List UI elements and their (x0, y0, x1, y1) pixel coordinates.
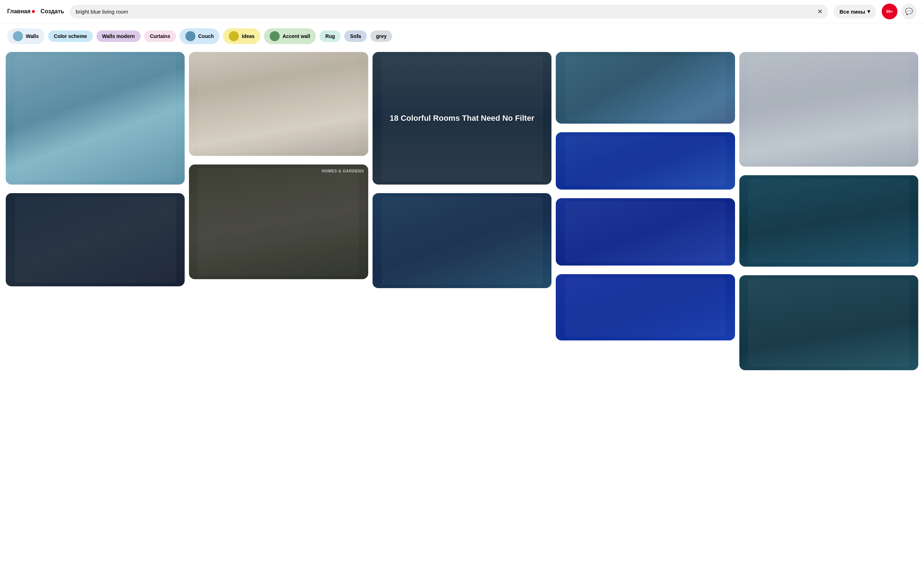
pin-card[interactable] (373, 193, 551, 288)
search-bar[interactable]: ✕ (70, 5, 828, 19)
notification-dot (32, 10, 35, 13)
chip-label-rug: Rug (325, 33, 335, 39)
chip-thumb-ideas (229, 31, 239, 41)
pin-thumbnail (6, 193, 185, 286)
chip-label-color-scheme: Color scheme (54, 33, 87, 39)
chip-couch[interactable]: Couch (180, 28, 220, 44)
chip-curtains[interactable]: Curtains (144, 30, 176, 42)
pin-card[interactable]: HOMES & GARDENS (189, 164, 368, 279)
pin-card[interactable] (189, 52, 368, 156)
chip-grey[interactable]: grey (370, 30, 393, 42)
svg-rect-21 (748, 56, 909, 163)
pin-card[interactable] (556, 198, 735, 266)
pin-overlay-text: 18 Colorful Rooms That Need No Filter (373, 52, 551, 184)
home-label: Главная (7, 8, 30, 15)
chip-thumb-couch (185, 31, 195, 41)
pin-card[interactable]: 18 Colorful Rooms That Need No Filter (373, 52, 551, 184)
chip-ideas[interactable]: Ideas (223, 28, 260, 44)
pin-card[interactable] (739, 275, 918, 370)
clear-icon[interactable]: ✕ (817, 8, 822, 15)
pin-card[interactable] (556, 274, 735, 340)
svg-rect-17 (565, 202, 726, 262)
search-input[interactable] (76, 8, 815, 15)
svg-rect-23 (748, 179, 909, 263)
pin-card[interactable] (556, 52, 735, 123)
svg-rect-1 (15, 56, 176, 181)
pin-column-2: 18 Colorful Rooms That Need No Filter (373, 52, 551, 375)
header-icons: 99+ 💬 (882, 3, 917, 19)
chip-label-grey: grey (376, 33, 387, 39)
messages-button[interactable]: 💬 (901, 3, 917, 19)
svg-rect-3 (15, 197, 176, 283)
pin-column-1: HOMES & GARDENS (189, 52, 368, 375)
chip-color-scheme[interactable]: Color scheme (48, 30, 93, 42)
header: Главная Создать ✕ Все пины ▾ 99+ 💬 (0, 0, 924, 23)
chip-thumb-walls (13, 31, 23, 41)
chip-rug[interactable]: Rug (320, 30, 341, 42)
pin-card[interactable] (739, 175, 918, 266)
chips-row: WallsColor schemeWalls modernCurtainsCou… (0, 23, 924, 49)
svg-rect-13 (565, 56, 726, 120)
chip-walls-modern[interactable]: Walls modern (96, 30, 140, 42)
homes-gardens-label: HOMES & GARDENS (322, 169, 364, 173)
pin-thumbnail (6, 52, 185, 184)
filter-label: Все пины (839, 8, 865, 15)
chip-label-curtains: Curtains (150, 33, 170, 39)
create-label: Создать (41, 8, 64, 14)
svg-rect-19 (565, 278, 726, 337)
pin-thumbnail (739, 52, 918, 167)
chip-thumb-accent-wall (270, 31, 280, 41)
pin-thumbnail (556, 132, 735, 189)
pin-card[interactable] (6, 193, 185, 286)
svg-rect-11 (381, 197, 543, 284)
home-nav[interactable]: Главная (7, 8, 35, 15)
pin-thumbnail (189, 52, 368, 156)
chip-walls[interactable]: Walls (7, 28, 45, 44)
pin-thumbnail (373, 193, 551, 288)
pin-thumbnail (739, 175, 918, 266)
pin-card[interactable] (6, 52, 185, 184)
chip-accent-wall[interactable]: Accent wall (264, 28, 316, 44)
chip-sofa[interactable]: Sofa (344, 30, 366, 42)
pin-card[interactable] (556, 132, 735, 189)
chevron-down-icon: ▾ (867, 8, 870, 15)
notification-count: 99+ (886, 9, 893, 14)
pin-card[interactable] (739, 52, 918, 167)
chip-label-walls: Walls (26, 33, 39, 39)
filter-button[interactable]: Все пины ▾ (834, 5, 876, 18)
pin-column-0 (6, 52, 185, 375)
notification-button[interactable]: 99+ (882, 3, 898, 19)
pin-thumbnail (189, 164, 368, 279)
chip-label-sofa: Sofa (350, 33, 361, 39)
message-icon: 💬 (905, 8, 913, 15)
chip-label-ideas: Ideas (242, 33, 254, 39)
create-nav[interactable]: Создать (41, 8, 64, 15)
svg-rect-7 (198, 168, 359, 276)
chip-label-accent-wall: Accent wall (282, 33, 310, 39)
pin-column-3 (556, 52, 735, 375)
chip-label-walls-modern: Walls modern (102, 33, 135, 39)
svg-rect-5 (198, 56, 359, 152)
chip-label-couch: Couch (198, 33, 214, 39)
pin-thumbnail (556, 52, 735, 123)
pin-thumbnail (739, 275, 918, 370)
svg-rect-15 (565, 136, 726, 186)
svg-rect-25 (748, 279, 909, 367)
pin-thumbnail (556, 274, 735, 340)
pin-column-4 (739, 52, 918, 375)
pin-thumbnail (556, 198, 735, 266)
pins-grid: HOMES & GARDENS 18 Colorful Rooms That N… (0, 49, 924, 383)
